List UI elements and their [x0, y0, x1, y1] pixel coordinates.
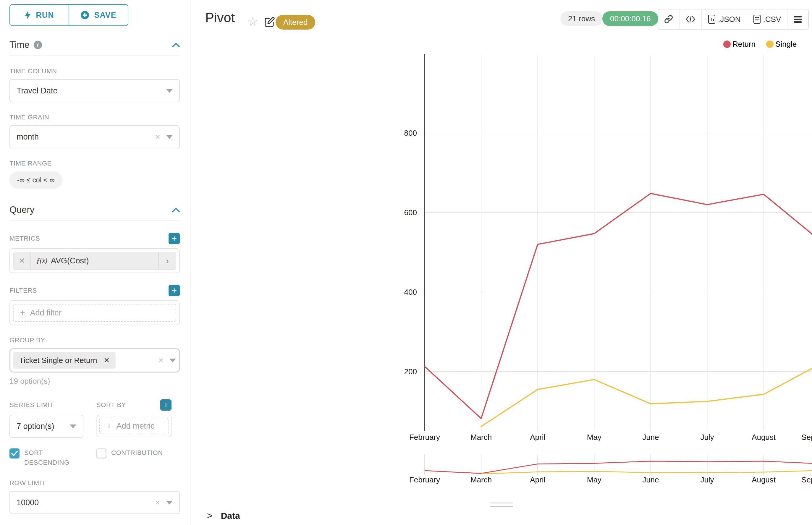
export-json-label: .JSON	[718, 15, 741, 24]
chevron-down-icon	[166, 135, 173, 139]
chevron-down-icon	[166, 501, 173, 505]
svg-text:May: May	[587, 433, 602, 441]
export-csv-button[interactable]: .CSV	[747, 10, 787, 29]
copy-link-button[interactable]	[658, 10, 679, 29]
time-section-title: Time	[10, 40, 30, 50]
contribution-checkbox[interactable]	[97, 448, 106, 459]
group-by-value: Ticket Single or Return	[19, 356, 97, 365]
file-text-icon	[753, 14, 761, 24]
svg-text:March: March	[471, 475, 492, 484]
file-chart-icon	[708, 14, 715, 24]
svg-text:July: July	[700, 475, 714, 484]
svg-text:February: February	[409, 433, 440, 441]
function-icon: ƒ(x)	[36, 257, 47, 265]
more-menu-button[interactable]	[787, 10, 808, 29]
svg-text:200: 200	[404, 367, 417, 376]
superset-explore: RUN SAVE Time i TIME COLUMN Travel Date …	[0, 0, 812, 525]
query-section-header[interactable]: Query	[10, 205, 180, 221]
group-by-select[interactable]: Ticket Single or Return ✕ ×	[10, 348, 180, 373]
add-sort-metric-button[interactable]: + Add metric	[99, 418, 168, 434]
clear-icon[interactable]: ×	[155, 497, 160, 508]
chart-title: Pivot	[205, 10, 235, 26]
group-by-pill[interactable]: Ticket Single or Return ✕	[13, 352, 116, 369]
add-filter-plus-button[interactable]: +	[168, 285, 180, 296]
time-grain-select[interactable]: month ×	[10, 125, 180, 148]
edit-title-icon[interactable]	[264, 17, 275, 28]
metric-pill[interactable]: ✕ ƒ(x) AVG(Cost) ›	[13, 252, 176, 270]
filters-box: + Add filter	[10, 300, 180, 325]
contribution-label: CONTRIBUTION	[111, 448, 163, 457]
legend-dot-return	[723, 41, 731, 48]
add-filter-button[interactable]: + Add filter	[13, 304, 176, 321]
altered-badge[interactable]: Altered	[276, 15, 315, 30]
remove-tag-icon[interactable]: ✕	[103, 356, 109, 364]
contribution-control[interactable]: CONTRIBUTION	[97, 448, 172, 467]
embed-code-button[interactable]	[679, 10, 702, 29]
add-metric-plus-button[interactable]: +	[168, 233, 180, 244]
save-button[interactable]: SAVE	[69, 5, 128, 26]
svg-text:February: February	[409, 475, 440, 484]
sort-by-box: + Add metric	[97, 415, 172, 437]
run-button-label: RUN	[36, 11, 54, 20]
control-sidebar: RUN SAVE Time i TIME COLUMN Travel Date …	[0, 0, 190, 525]
query-section-title: Query	[10, 205, 34, 215]
plus-icon: +	[106, 421, 112, 431]
check-icon	[11, 450, 18, 456]
series-limit-select[interactable]: 7 option(s)	[10, 415, 84, 438]
metrics-label: METRICS	[10, 235, 40, 242]
code-icon	[685, 15, 695, 23]
add-sort-metric-label: Add metric	[117, 422, 154, 431]
svg-text:July: July	[700, 433, 714, 441]
data-panel-header[interactable]: > Data	[207, 510, 240, 521]
remove-metric-icon[interactable]: ✕	[13, 252, 31, 269]
row-limit-select[interactable]: 10000 ×	[10, 491, 180, 514]
svg-text:600: 600	[404, 208, 417, 217]
save-button-label: SAVE	[94, 11, 117, 20]
legend-label-return: Return	[733, 40, 755, 49]
time-section-header[interactable]: Time i	[10, 40, 180, 56]
svg-text:800: 800	[404, 129, 417, 137]
chevron-up-icon[interactable]	[172, 43, 180, 47]
svg-text:August: August	[752, 433, 776, 441]
chevron-up-icon[interactable]	[172, 208, 180, 212]
line-chart[interactable]: 200400600800FebruaryMarchAprilMayJuneJul…	[190, 0, 812, 525]
plus-circle-icon	[80, 11, 89, 19]
sort-descending-checkbox[interactable]	[10, 448, 19, 459]
menu-icon	[793, 16, 802, 23]
legend-item-single[interactable]: Single	[766, 40, 797, 49]
row-limit-label: ROW LIMIT	[10, 479, 180, 487]
plus-icon: +	[20, 308, 26, 318]
legend-item-return[interactable]: Return	[723, 40, 755, 49]
svg-text:June: June	[642, 475, 659, 484]
time-column-select[interactable]: Travel Date	[10, 79, 180, 102]
resize-drag-handle[interactable]	[490, 502, 513, 507]
legend-dot-single	[766, 41, 773, 48]
series-limit-label: SERIES LIMIT	[10, 401, 54, 409]
export-json-button[interactable]: .JSON	[702, 10, 747, 29]
run-button[interactable]: RUN	[10, 5, 69, 26]
add-sort-metric-plus-button[interactable]: +	[160, 399, 172, 410]
svg-text:August: August	[752, 475, 776, 484]
chevron-right-icon[interactable]: ›	[158, 252, 176, 269]
svg-text:June: June	[642, 433, 659, 441]
sort-descending-control[interactable]: SORT DESCENDING	[10, 448, 84, 467]
group-by-options-hint: 19 option(s)	[10, 377, 180, 386]
add-filter-label: Add filter	[30, 308, 62, 317]
clear-icon[interactable]: ×	[158, 355, 163, 365]
svg-text:April: April	[530, 475, 545, 484]
svg-text:April: April	[530, 433, 545, 441]
chevron-down-icon	[166, 89, 173, 93]
clear-icon[interactable]: ×	[155, 132, 160, 142]
chevron-right-icon[interactable]: >	[207, 510, 212, 521]
time-column-value: Travel Date	[17, 86, 58, 95]
row-limit-value: 10000	[17, 498, 39, 507]
chevron-down-icon	[169, 359, 176, 362]
query-timer-badge: 00:00:00.16	[602, 11, 658, 26]
data-panel-title: Data	[221, 511, 240, 521]
filters-label: FILTERS	[10, 287, 37, 295]
favorite-star-icon[interactable]: ☆	[247, 14, 259, 29]
time-grain-label: TIME GRAIN	[10, 114, 180, 121]
svg-text:March: March	[471, 433, 492, 441]
time-range-pill[interactable]: -∞ ≤ col < ∞	[10, 171, 62, 189]
chart-legend: Return Single	[723, 40, 797, 49]
